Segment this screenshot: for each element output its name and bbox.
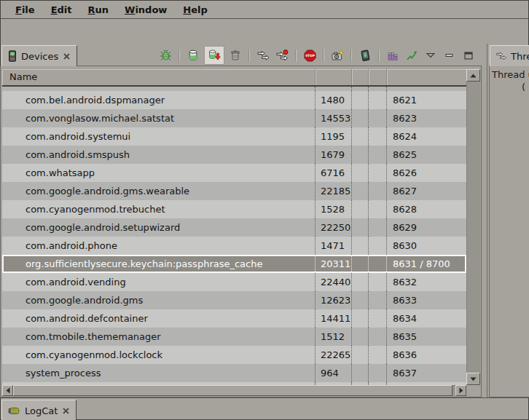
close-icon[interactable] [63, 52, 71, 60]
hierarchy-view-button[interactable] [404, 47, 420, 63]
process-pid: 1679 [316, 146, 352, 164]
horizontal-scroll-thumb[interactable] [13, 385, 452, 396]
scroll-up-button[interactable] [466, 69, 480, 82]
stop-icon-label: STOP [305, 54, 315, 58]
menu-chevron-icon [426, 52, 435, 58]
arrow-icon [406, 49, 418, 61]
minimize-button[interactable] [442, 47, 458, 63]
table-row[interactable]: com.android.defcontainer144118634 [2, 309, 466, 328]
close-icon[interactable] [62, 407, 70, 415]
scroll-right-button[interactable] [455, 385, 466, 396]
threads-message-line2: ( [490, 80, 529, 92]
column-header-pid[interactable] [316, 69, 352, 85]
menu-run[interactable]: Run [80, 3, 117, 17]
process-port: 8627 [387, 182, 466, 200]
process-pid: 14411 [316, 309, 352, 328]
table-row[interactable]: com.android.phone14718630 [2, 237, 466, 255]
dump-hprof-button[interactable] [204, 46, 224, 65]
table-row[interactable]: com.android.vending224408632 [2, 273, 466, 291]
table-row[interactable]: system_process9648637 [2, 364, 466, 382]
toolbar-separator [295, 49, 297, 62]
system-info-button[interactable] [385, 47, 401, 63]
table-row[interactable]: com.cyanogenmod.trebuchet15288628 [2, 200, 466, 218]
empty-cell [352, 164, 369, 182]
table-row[interactable]: com.android.smspush16798625 [2, 146, 466, 164]
table-row[interactable]: com.android.systemui11958624 [2, 127, 466, 146]
process-port: 8635 [387, 328, 466, 346]
devices-toolbar: STOP [157, 46, 477, 65]
table-row[interactable]: com.google.android.setupwizard222508629 [2, 218, 466, 237]
process-name: com.whatsapp [2, 164, 316, 182]
empty-cell [352, 237, 369, 255]
view-sash[interactable] [482, 44, 487, 397]
debug-process-button[interactable] [157, 47, 173, 63]
process-name: com.android.defcontainer [2, 309, 316, 328]
tab-threads[interactable]: Threads [490, 45, 529, 66]
cause-gc-button[interactable] [227, 47, 243, 63]
process-pid: 22265 [316, 346, 352, 364]
empty-cell [352, 273, 369, 291]
vertical-scrollbar[interactable] [466, 69, 480, 385]
process-pid: 1512 [316, 328, 352, 346]
update-heap-button[interactable] [185, 47, 201, 63]
trash-icon [230, 49, 241, 61]
bug-icon [160, 49, 172, 62]
update-threads-button[interactable] [255, 47, 271, 63]
empty-cell [352, 109, 369, 127]
stop-process-button[interactable]: STOP [302, 47, 318, 63]
menu-file[interactable]: File [7, 3, 43, 17]
empty-cell [369, 182, 387, 200]
process-name: com.android.systemui [2, 127, 316, 146]
table-row[interactable]: com.bel.android.dspmanager14808621 [2, 91, 466, 109]
process-port: 8625 [387, 146, 466, 164]
table-row[interactable]: com.google.android.gms.wearable221858627 [2, 182, 466, 200]
minimize-icon [445, 52, 454, 59]
tab-logcat[interactable]: LogCat [1, 400, 77, 420]
scroll-down-button[interactable] [466, 373, 480, 385]
empty-cell [369, 218, 387, 237]
maximize-button[interactable] [461, 47, 477, 63]
process-port: 8636 [387, 346, 466, 364]
tab-devices[interactable]: Devices [1, 45, 77, 66]
view-menu-button[interactable] [423, 47, 439, 63]
process-pid: 22185 [316, 182, 352, 200]
menu-window[interactable]: Window [117, 3, 175, 17]
process-name: com.google.android.setupwizard [2, 218, 316, 237]
table-row[interactable]: com.whatsapp67168626 [2, 164, 466, 182]
empty-cell [352, 328, 369, 346]
empty-cell [352, 218, 369, 237]
heap-icon [187, 49, 199, 61]
column-header-empty2[interactable] [369, 69, 387, 85]
empty-cell [369, 237, 387, 255]
table-row[interactable]: com.vonglasow.michael.satstat145538623 [2, 109, 466, 127]
process-port: 8633 [387, 291, 466, 309]
screen-record-button[interactable] [357, 47, 373, 63]
ddms-window: { "menubar": { "items": ["File", "Edit",… [0, 0, 529, 420]
process-port: 8624 [387, 127, 466, 146]
phone-icon [8, 50, 17, 62]
triangle-right-icon [459, 387, 463, 394]
table-row[interactable]: com.tmobile.thememanager15128635 [2, 328, 466, 346]
menu-edit[interactable]: Edit [43, 3, 80, 17]
tab-threads-label: Threads [511, 51, 529, 62]
empty-cell [352, 146, 369, 164]
empty-cell [369, 146, 387, 164]
table-row[interactable]: org.sufficientlysecure.keychain:passphra… [2, 255, 466, 273]
start-method-profiling-button[interactable] [274, 47, 290, 63]
scroll-left-button[interactable] [2, 385, 13, 396]
menu-help[interactable]: Help [175, 3, 215, 17]
empty-cell [369, 200, 387, 218]
table-row[interactable]: com.google.android.gms126238633 [2, 291, 466, 309]
table-row[interactable]: com.cyanogenmod.lockclock222658636 [2, 346, 466, 364]
empty-cell [369, 164, 387, 182]
process-pid: 20311 [316, 255, 352, 273]
process-port: 8623 [387, 109, 466, 127]
devices-view-content: Name com.bel.android.dspmanager14808621c… [0, 66, 482, 397]
sysinfo-icon [387, 49, 399, 61]
column-header-name[interactable]: Name [2, 69, 316, 85]
column-header-port[interactable] [387, 69, 466, 85]
empty-cell [369, 364, 387, 382]
horizontal-scrollbar[interactable] [2, 385, 466, 396]
screen-capture-button[interactable] [329, 47, 345, 63]
column-header-empty1[interactable] [352, 69, 369, 85]
